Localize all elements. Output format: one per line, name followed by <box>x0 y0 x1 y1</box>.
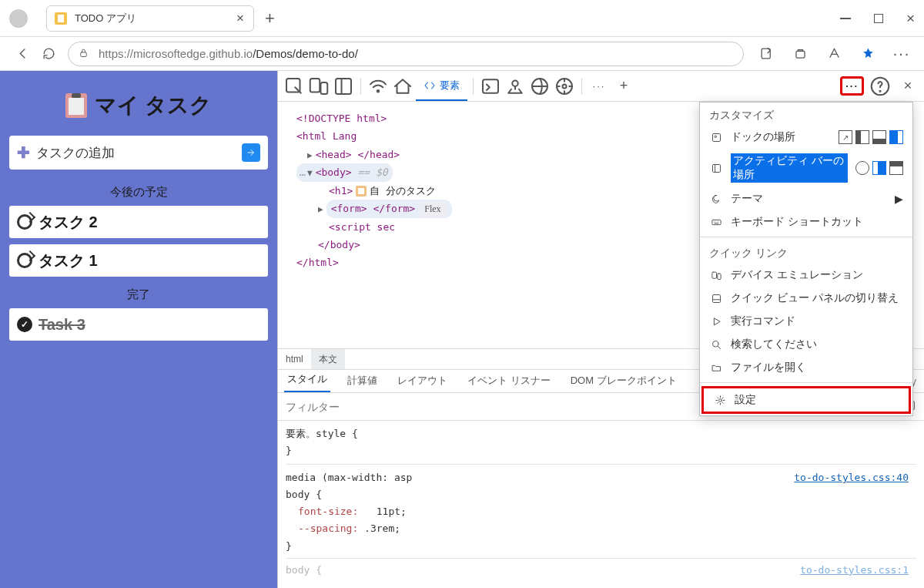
svg-point-13 <box>563 84 567 88</box>
dom-body-selected[interactable]: ▼<body> == $0 <box>296 163 393 181</box>
css-selector[interactable]: body { <box>286 486 916 503</box>
svg-rect-9 <box>483 79 498 93</box>
menu-shortcuts[interactable]: キーボード ショートカット <box>700 210 912 234</box>
read-aloud-icon[interactable] <box>821 41 847 67</box>
menu-activity-bar[interactable]: アクティビティ バーの場所 <box>700 149 912 187</box>
inspect-icon[interactable] <box>283 75 306 98</box>
panel-bottom-icon <box>709 293 723 304</box>
add-tab-icon[interactable]: + <box>612 75 635 98</box>
svg-point-15 <box>879 90 880 91</box>
devtools-settings-more-button[interactable]: ··· <box>840 76 864 96</box>
submit-task-button[interactable] <box>242 143 260 162</box>
device-toggle-icon[interactable] <box>307 75 330 98</box>
window-close-icon[interactable]: × <box>906 10 915 27</box>
tab-layout[interactable]: レイアウト <box>394 374 450 392</box>
console-icon[interactable] <box>479 75 502 98</box>
dom-doctype: <!DOCTYPE html> <box>296 113 387 124</box>
svg-point-21 <box>715 136 717 138</box>
task-row-done[interactable]: ✓ Task 3 <box>9 308 268 341</box>
task-status-icon[interactable] <box>17 253 32 268</box>
back-button[interactable] <box>9 41 35 67</box>
h1-badge-icon <box>356 186 367 197</box>
address-actions: ··· <box>753 41 915 67</box>
add-task-bar[interactable]: ✚ タスクの追加 <box>9 136 268 170</box>
network-conditions-icon[interactable] <box>367 75 390 98</box>
new-tab-button[interactable]: + <box>265 8 275 29</box>
task-row[interactable]: タスク 2 <box>9 206 268 238</box>
menu-run-command[interactable]: 実行コマンド <box>700 310 912 333</box>
flex-badge[interactable]: Flex <box>418 201 447 218</box>
menu-device-emulation[interactable]: デバイス エミュレーション <box>700 264 912 287</box>
menu-open-file[interactable]: ファイルを開く <box>700 356 912 379</box>
refresh-button[interactable] <box>35 41 62 67</box>
svg-rect-2 <box>795 51 804 58</box>
tab-event-listeners[interactable]: イベント リスナー <box>464 374 554 392</box>
task-row[interactable]: タスク 1 <box>9 244 268 277</box>
crumb-html[interactable]: html <box>278 349 311 369</box>
menu-settings[interactable]: 設定 <box>701 386 911 414</box>
css-source-link[interactable]: to-do-styles.css:40 <box>794 469 909 486</box>
task-text: Task 3 <box>38 316 85 334</box>
svg-rect-22 <box>712 164 720 172</box>
activity-bar-options[interactable] <box>855 161 903 175</box>
collections-icon[interactable] <box>787 41 813 67</box>
completed-section-label: 完了 <box>9 283 268 308</box>
app-header: マイ タスク <box>9 80 268 136</box>
task-done-icon[interactable]: ✓ <box>17 317 32 332</box>
menu-dock-side[interactable]: ドックの場所 <box>700 126 912 149</box>
address-bar[interactable]: https://microsoftedge.github.io/Demos/de… <box>68 42 744 66</box>
todo-app-pane: マイ タスク ✚ タスクの追加 今後の予定 タスク 2 タスク 1 完了 ✓ T… <box>0 71 277 588</box>
more-tabs-icon[interactable]: ··· <box>588 75 611 98</box>
menu-theme[interactable]: テーマ ▶ <box>700 187 912 210</box>
styles-rules[interactable]: 要素。style { } to-do-styles.css:40 media (… <box>278 421 924 588</box>
dom-head[interactable]: <head> </head> <box>316 149 400 160</box>
tab-styles[interactable]: スタイル <box>284 372 330 392</box>
tab-dom-breakpoints[interactable]: DOM ブレークポイント <box>567 374 680 392</box>
dock-options[interactable] <box>839 130 903 144</box>
lock-icon <box>78 47 89 61</box>
help-icon[interactable] <box>869 75 892 98</box>
task-status-icon[interactable] <box>17 214 32 230</box>
css-source-link[interactable]: to-do-styles.css:1 <box>800 562 909 579</box>
css-selector[interactable]: 要素。style { <box>286 425 916 442</box>
browser-more-icon[interactable]: ··· <box>889 41 915 67</box>
svg-rect-0 <box>81 52 87 56</box>
favorite-star-icon[interactable] <box>855 41 881 67</box>
search-icon <box>709 339 723 351</box>
folder-icon <box>709 362 723 374</box>
window-controls: × <box>840 10 915 27</box>
svg-point-33 <box>712 341 718 347</box>
dropdown-section-quicklinks: クイック リンク <box>700 240 912 264</box>
tab-elements[interactable]: 要素 <box>416 71 467 101</box>
crumb-body[interactable]: 本文 <box>311 349 345 369</box>
browser-tab[interactable]: TODO アプリ × <box>46 5 254 32</box>
profile-avatar[interactable] <box>9 9 28 28</box>
network-icon[interactable] <box>528 75 551 98</box>
svg-point-10 <box>512 80 518 86</box>
welcome-icon[interactable] <box>391 75 414 98</box>
menu-search[interactable]: 検索してください <box>700 333 912 356</box>
dom-body-close: </body> <box>318 239 360 250</box>
performance-icon[interactable] <box>553 75 576 98</box>
add-task-label: タスクの追加 <box>36 144 115 162</box>
window-maximize-icon[interactable] <box>874 14 883 23</box>
devtools-tabstrip: 要素 ··· + ··· × <box>278 71 924 102</box>
menu-quick-view-toggle[interactable]: クイック ビュー パネルの切り替え <box>700 287 912 310</box>
window-minimize-icon[interactable] <box>840 18 851 19</box>
panel-toggle-icon[interactable] <box>332 75 355 98</box>
tab-favicon <box>55 12 67 25</box>
edit-page-icon[interactable] <box>753 41 779 67</box>
close-tab-icon[interactable]: × <box>235 11 246 26</box>
clipboard-icon <box>65 93 87 118</box>
close-devtools-icon[interactable]: × <box>896 75 919 98</box>
dom-gutter: … <box>300 163 306 181</box>
app-title: マイ タスク <box>95 91 213 120</box>
svg-rect-6 <box>336 79 351 94</box>
chevron-right-icon: ▶ <box>895 193 903 205</box>
dom-h1-text: 自 分のタスク <box>370 185 436 197</box>
svg-rect-30 <box>717 274 720 280</box>
sources-icon[interactable] <box>504 75 527 98</box>
tab-computed[interactable]: 計算値 <box>344 374 380 392</box>
dock-icon <box>709 132 723 143</box>
svg-rect-20 <box>712 133 720 141</box>
